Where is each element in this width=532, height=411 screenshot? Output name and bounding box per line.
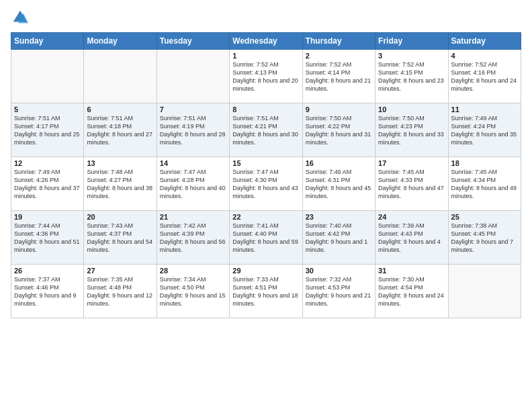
day-number: 6 [87,105,153,113]
day-number: 2 [306,52,372,60]
day-info: Sunrise: 7:35 AMSunset: 4:48 PMDaylight:… [87,276,152,307]
day-number: 24 [378,213,445,221]
day-number: 9 [306,105,372,113]
day-cell: 8Sunrise: 7:51 AMSunset: 4:21 PMDaylight… [230,103,302,157]
weekday-header-friday: Friday [375,33,448,50]
day-number: 18 [451,159,518,167]
day-info: Sunrise: 7:42 AMSunset: 4:39 PMDaylight:… [160,222,226,253]
day-cell: 24Sunrise: 7:39 AMSunset: 4:43 PMDayligh… [375,211,448,265]
day-info: Sunrise: 7:48 AMSunset: 4:27 PMDaylight:… [87,169,152,199]
day-info: Sunrise: 7:47 AMSunset: 4:28 PMDaylight:… [160,169,226,199]
day-cell: 22Sunrise: 7:41 AMSunset: 4:40 PMDayligh… [230,211,302,265]
day-number: 7 [160,105,226,113]
weekday-header-saturday: Saturday [448,33,521,50]
day-info: Sunrise: 7:51 AMSunset: 4:18 PMDaylight:… [87,115,152,146]
week-row-4: 19Sunrise: 7:44 AMSunset: 4:36 PMDayligh… [11,211,521,265]
day-cell: 17Sunrise: 7:45 AMSunset: 4:33 PMDayligh… [375,157,448,211]
day-info: Sunrise: 7:34 AMSunset: 4:50 PMDaylight:… [160,276,226,307]
week-row-5: 26Sunrise: 7:37 AMSunset: 4:46 PMDayligh… [11,265,521,318]
day-number: 20 [87,213,153,221]
day-cell: 10Sunrise: 7:50 AMSunset: 4:23 PMDayligh… [375,103,448,157]
weekday-header-thursday: Thursday [302,33,375,50]
day-info: Sunrise: 7:49 AMSunset: 4:24 PMDaylight:… [451,115,517,146]
day-info: Sunrise: 7:51 AMSunset: 4:21 PMDaylight:… [232,115,298,146]
logo-icon [11,8,30,27]
day-cell: 14Sunrise: 7:47 AMSunset: 4:28 PMDayligh… [157,157,229,211]
day-number: 15 [232,159,299,167]
day-info: Sunrise: 7:52 AMSunset: 4:15 PMDaylight:… [378,61,444,92]
day-info: Sunrise: 7:37 AMSunset: 4:46 PMDaylight:… [14,276,77,307]
day-cell: 28Sunrise: 7:34 AMSunset: 4:50 PMDayligh… [157,265,229,318]
day-cell: 11Sunrise: 7:49 AMSunset: 4:24 PMDayligh… [448,103,521,157]
day-cell: 1Sunrise: 7:52 AMSunset: 4:13 PMDaylight… [230,50,302,103]
day-cell: 2Sunrise: 7:52 AMSunset: 4:14 PMDaylight… [302,50,375,103]
day-number: 27 [87,267,153,275]
day-number: 12 [14,159,81,167]
day-cell: 3Sunrise: 7:52 AMSunset: 4:15 PMDaylight… [375,50,448,103]
day-info: Sunrise: 7:49 AMSunset: 4:26 PMDaylight:… [14,169,80,199]
day-cell: 15Sunrise: 7:47 AMSunset: 4:30 PMDayligh… [230,157,302,211]
day-cell: 6Sunrise: 7:51 AMSunset: 4:18 PMDaylight… [84,103,157,157]
weekday-header-tuesday: Tuesday [157,33,229,50]
day-info: Sunrise: 7:50 AMSunset: 4:22 PMDaylight:… [306,115,371,146]
day-number: 22 [232,213,299,221]
day-info: Sunrise: 7:52 AMSunset: 4:14 PMDaylight:… [306,61,371,92]
day-cell [84,50,157,103]
day-number: 14 [160,159,226,167]
day-cell: 27Sunrise: 7:35 AMSunset: 4:48 PMDayligh… [84,265,157,318]
weekday-header-row: SundayMondayTuesdayWednesdayThursdayFrid… [11,33,521,50]
week-row-3: 12Sunrise: 7:49 AMSunset: 4:26 PMDayligh… [11,157,521,211]
weekday-header-sunday: Sunday [11,33,84,50]
day-number: 8 [232,105,299,113]
day-info: Sunrise: 7:33 AMSunset: 4:51 PMDaylight:… [232,276,298,307]
day-info: Sunrise: 7:52 AMSunset: 4:16 PMDaylight:… [451,61,517,92]
day-number: 1 [232,52,299,60]
day-cell [157,50,229,103]
day-cell: 16Sunrise: 7:46 AMSunset: 4:31 PMDayligh… [302,157,375,211]
day-info: Sunrise: 7:45 AMSunset: 4:34 PMDaylight:… [451,169,517,199]
day-number: 23 [306,213,372,221]
day-info: Sunrise: 7:30 AMSunset: 4:54 PMDaylight:… [378,276,444,307]
day-number: 5 [14,105,81,113]
day-number: 28 [160,267,226,275]
day-cell: 30Sunrise: 7:32 AMSunset: 4:53 PMDayligh… [302,265,375,318]
day-number: 31 [378,267,445,275]
day-info: Sunrise: 7:41 AMSunset: 4:40 PMDaylight:… [232,222,298,253]
day-number: 13 [87,159,153,167]
day-info: Sunrise: 7:51 AMSunset: 4:17 PMDaylight:… [14,115,80,146]
day-info: Sunrise: 7:47 AMSunset: 4:30 PMDaylight:… [232,169,298,199]
day-cell: 9Sunrise: 7:50 AMSunset: 4:22 PMDaylight… [302,103,375,157]
day-cell: 25Sunrise: 7:38 AMSunset: 4:45 PMDayligh… [448,211,521,265]
day-info: Sunrise: 7:38 AMSunset: 4:45 PMDaylight:… [451,222,514,253]
day-info: Sunrise: 7:51 AMSunset: 4:19 PMDaylight:… [160,115,226,146]
day-number: 11 [451,105,518,113]
day-cell [448,265,521,318]
day-info: Sunrise: 7:52 AMSunset: 4:13 PMDaylight:… [232,61,298,92]
day-number: 19 [14,213,81,221]
day-info: Sunrise: 7:39 AMSunset: 4:43 PMDaylight:… [378,222,441,253]
day-number: 29 [232,267,299,275]
day-number: 17 [378,159,445,167]
header [11,8,521,27]
day-info: Sunrise: 7:50 AMSunset: 4:23 PMDaylight:… [378,115,444,146]
weekday-header-monday: Monday [84,33,157,50]
day-cell: 13Sunrise: 7:48 AMSunset: 4:27 PMDayligh… [84,157,157,211]
day-cell: 20Sunrise: 7:43 AMSunset: 4:37 PMDayligh… [84,211,157,265]
day-cell: 26Sunrise: 7:37 AMSunset: 4:46 PMDayligh… [11,265,84,318]
day-info: Sunrise: 7:40 AMSunset: 4:42 PMDaylight:… [306,222,368,253]
day-info: Sunrise: 7:32 AMSunset: 4:53 PMDaylight:… [306,276,371,307]
day-cell [11,50,84,103]
day-cell: 5Sunrise: 7:51 AMSunset: 4:17 PMDaylight… [11,103,84,157]
day-cell: 21Sunrise: 7:42 AMSunset: 4:39 PMDayligh… [157,211,229,265]
day-cell: 4Sunrise: 7:52 AMSunset: 4:16 PMDaylight… [448,50,521,103]
day-cell: 23Sunrise: 7:40 AMSunset: 4:42 PMDayligh… [302,211,375,265]
day-number: 10 [378,105,445,113]
calendar-table: SundayMondayTuesdayWednesdayThursdayFrid… [11,32,521,318]
day-cell: 19Sunrise: 7:44 AMSunset: 4:36 PMDayligh… [11,211,84,265]
day-info: Sunrise: 7:43 AMSunset: 4:37 PMDaylight:… [87,222,152,253]
day-number: 16 [306,159,372,167]
page: SundayMondayTuesdayWednesdayThursdayFrid… [0,0,532,411]
day-number: 3 [378,52,445,60]
week-row-2: 5Sunrise: 7:51 AMSunset: 4:17 PMDaylight… [11,103,521,157]
week-row-1: 1Sunrise: 7:52 AMSunset: 4:13 PMDaylight… [11,50,521,103]
